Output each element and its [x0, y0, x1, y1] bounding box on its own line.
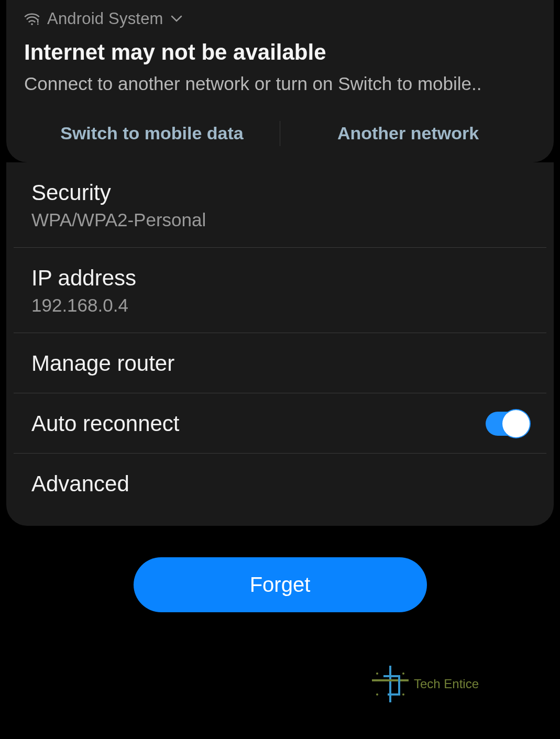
chevron-down-icon — [171, 15, 182, 23]
security-label: Security — [31, 180, 529, 205]
auto-reconnect-label: Auto reconnect — [31, 411, 180, 436]
watermark-text: Tech Entice — [414, 677, 479, 691]
notification-title: Internet may not be available — [24, 40, 536, 65]
ip-address-label: IP address — [31, 266, 529, 291]
svg-point-5 — [376, 672, 378, 675]
toggle-knob — [502, 410, 530, 437]
another-network-button[interactable]: Another network — [280, 119, 536, 148]
notification-app-label: Android System — [47, 9, 163, 28]
security-row[interactable]: Security WPA/WPA2-Personal — [14, 162, 546, 248]
notification-body: Connect to another network or turn on Sw… — [24, 71, 536, 96]
svg-point-8 — [402, 693, 404, 696]
auto-reconnect-toggle[interactable] — [486, 412, 529, 436]
wifi-icon — [24, 12, 40, 26]
svg-point-6 — [402, 672, 404, 675]
watermark: Tech Entice — [372, 666, 479, 702]
ip-address-value: 192.168.0.4 — [31, 295, 529, 316]
notification-header[interactable]: Android System — [24, 9, 536, 28]
svg-point-0 — [31, 23, 33, 25]
notification-actions: Switch to mobile data Another network — [24, 119, 536, 162]
advanced-label: Advanced — [31, 471, 529, 497]
notification-card: Android System Internet may not be avail… — [6, 0, 554, 162]
security-value: WPA/WPA2-Personal — [31, 209, 529, 230]
advanced-row[interactable]: Advanced — [14, 454, 546, 513]
ip-address-row[interactable]: IP address 192.168.0.4 — [14, 248, 546, 333]
svg-rect-2 — [37, 24, 39, 25]
manage-router-label: Manage router — [31, 351, 529, 376]
svg-rect-1 — [37, 19, 39, 23]
manage-router-row[interactable]: Manage router — [14, 333, 546, 393]
forget-button[interactable]: Forget — [134, 557, 427, 612]
wifi-details-panel: Security WPA/WPA2-Personal IP address 19… — [6, 162, 554, 526]
svg-point-7 — [376, 693, 378, 696]
switch-mobile-data-button[interactable]: Switch to mobile data — [24, 119, 280, 148]
watermark-logo-icon — [372, 666, 409, 702]
auto-reconnect-row[interactable]: Auto reconnect — [14, 393, 546, 454]
